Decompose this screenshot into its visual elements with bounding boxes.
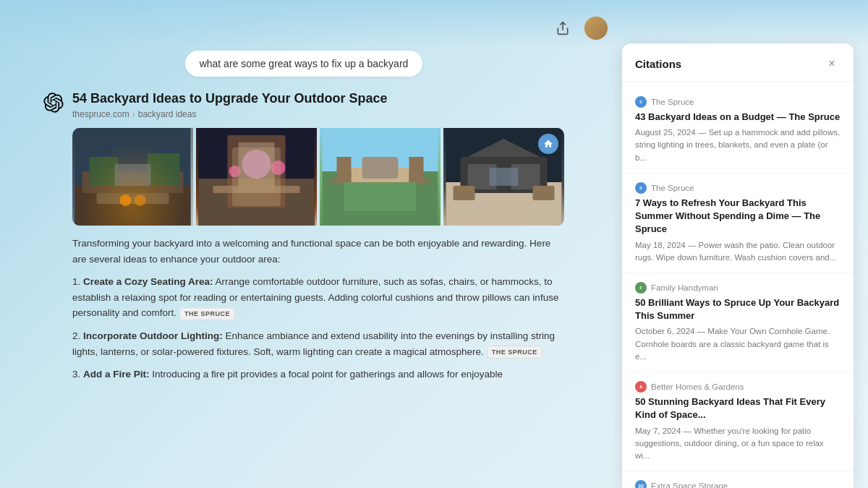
- source-domain: thespruce.com: [72, 109, 129, 119]
- citation-4-snippet: May 7, 2024 — Whether you're looking for…: [635, 425, 841, 463]
- ai-response: 54 Backyard Ideas to Upgrade Your Outdoo…: [43, 91, 564, 488]
- user-avatar[interactable]: [584, 17, 608, 40]
- list-item-3: 3. Add a Fire Pit: Introducing a fire pi…: [72, 367, 564, 382]
- top-gradient-bar: [0, 0, 868, 47]
- svg-rect-15: [213, 186, 300, 193]
- avatar-image: [584, 17, 608, 40]
- citation-2-favicon: S: [635, 182, 647, 194]
- citation-3-favicon: F: [635, 282, 647, 294]
- list-item-1-badge[interactable]: THE SPRUCE: [179, 307, 235, 320]
- citation-3-source-name: Family Handyman: [651, 283, 718, 292]
- backyard-image-2: [196, 128, 317, 226]
- list-item-3-bold: Add a Fire Pit:: [83, 369, 150, 380]
- citation-2-source: S The Spruce: [635, 182, 841, 194]
- ai-intro-text: Transforming your backyard into a welcom…: [72, 236, 564, 267]
- citation-4-favicon: B: [635, 381, 647, 393]
- user-message-container: what are some great ways to fix up a bac…: [43, 51, 564, 77]
- citations-panel: Citations × S The Spruce 43 Backyard Ide…: [622, 43, 854, 488]
- citation-1-favicon: S: [635, 96, 647, 108]
- svg-point-8: [135, 194, 146, 206]
- list-item-3-text: Introducing a fire pit provides a focal …: [150, 369, 503, 380]
- citation-1-title: 43 Backyard Ideas on a Budget — The Spru…: [635, 111, 841, 124]
- svg-rect-34: [533, 186, 555, 200]
- ai-response-title: 54 Backyard Ideas to Upgrade Your Outdoo…: [72, 91, 564, 106]
- image-card-1[interactable]: [72, 128, 193, 226]
- close-button[interactable]: ×: [823, 55, 841, 72]
- chat-area: what are some great ways to fix up a bac…: [0, 51, 608, 488]
- svg-point-16: [229, 166, 241, 177]
- citations-title: Citations: [635, 58, 681, 70]
- citation-1-source-name: The Spruce: [651, 98, 694, 106]
- image-grid: [72, 128, 564, 226]
- list-item-1: 1. Create a Cozy Seating Area: Arrange c…: [72, 274, 564, 321]
- citation-5-favicon: 30: [635, 480, 647, 488]
- svg-point-14: [242, 150, 271, 179]
- user-message-text: what are some great ways to fix up a bac…: [200, 58, 409, 69]
- citation-4-title: 50 Stunning Backyard Ideas That Fit Ever…: [635, 395, 841, 421]
- citation-5-source-name: Extra Space Storage: [651, 481, 728, 488]
- svg-rect-5: [148, 153, 180, 186]
- svg-rect-25: [409, 157, 424, 182]
- home-badge: [538, 134, 558, 154]
- svg-rect-13: [239, 142, 275, 193]
- citation-item-3[interactable]: F Family Handyman 50 Brilliant Ways to S…: [622, 273, 854, 372]
- citation-4-source: B Better Homes & Gardens: [635, 381, 841, 393]
- svg-rect-4: [90, 157, 119, 186]
- svg-rect-2: [75, 186, 191, 226]
- list-item-2: 2. Incorporate Outdoor Lighting: Enhance…: [72, 328, 564, 359]
- citation-1-snippet: August 25, 2024 — Set up a hammock and a…: [635, 127, 841, 164]
- share-button[interactable]: [551, 17, 574, 40]
- source-link[interactable]: thespruce.com › backyard ideas: [72, 109, 564, 119]
- citation-2-snippet: May 18, 2024 — Power wash the patio. Cle…: [635, 239, 841, 265]
- backyard-image-1: [72, 128, 193, 226]
- list-item-2-bold: Incorporate Outdoor Lighting:: [83, 330, 223, 341]
- svg-point-7: [120, 194, 132, 206]
- svg-rect-3: [82, 171, 184, 193]
- svg-rect-1: [75, 128, 191, 226]
- citations-list: S The Spruce 43 Backyard Ideas on a Budg…: [622, 82, 854, 488]
- citation-1-source: S The Spruce: [635, 96, 841, 108]
- user-message-bubble: what are some great ways to fix up a bac…: [185, 51, 423, 77]
- citation-5-source: 30 Extra Space Storage: [635, 480, 841, 488]
- citation-item-4[interactable]: B Better Homes & Gardens 50 Stunning Bac…: [622, 372, 854, 471]
- svg-text:F: F: [639, 286, 642, 290]
- ai-list: 1. Create a Cozy Seating Area: Arrange c…: [72, 274, 564, 382]
- list-item-1-bold: Create a Cozy Seating Area:: [83, 276, 213, 287]
- citation-3-title: 50 Brilliant Ways to Spruce Up Your Back…: [635, 296, 841, 322]
- citation-item-2[interactable]: S The Spruce 7 Ways to Refresh Your Back…: [622, 174, 854, 273]
- svg-rect-23: [362, 157, 399, 179]
- citation-2-title: 7 Ways to Refresh Your Backyard This Sum…: [635, 197, 841, 236]
- backyard-image-3: [320, 128, 441, 226]
- citation-3-source: F Family Handyman: [635, 282, 841, 294]
- citation-item-1[interactable]: S The Spruce 43 Backyard Ideas on a Budg…: [622, 87, 854, 174]
- image-card-2[interactable]: [196, 128, 317, 226]
- source-path: backyard ideas: [138, 109, 197, 119]
- svg-rect-33: [454, 186, 475, 200]
- svg-rect-11: [199, 179, 315, 226]
- svg-rect-6: [97, 193, 169, 204]
- svg-rect-24: [337, 157, 352, 182]
- citation-4-source-name: Better Homes & Gardens: [651, 382, 744, 391]
- svg-point-17: [271, 160, 286, 175]
- citation-3-snippet: October 6, 2024 — Make Your Own Cornhole…: [635, 325, 841, 363]
- ai-content: 54 Backyard Ideas to Upgrade Your Outdoo…: [72, 91, 564, 488]
- list-item-2-badge[interactable]: THE SPRUCE: [487, 346, 542, 359]
- svg-rect-31: [490, 168, 519, 186]
- main-container: what are some great ways to fix up a bac…: [0, 0, 868, 488]
- image-card-3[interactable]: [320, 128, 441, 226]
- chevron-icon: ›: [132, 109, 135, 119]
- ai-icon: [43, 93, 64, 113]
- citation-item-5[interactable]: 30 Extra Space Storage Your DIY Guide to…: [622, 471, 854, 488]
- svg-rect-9: [115, 164, 151, 186]
- citations-header: Citations ×: [622, 43, 854, 82]
- citation-2-source-name: The Spruce: [651, 184, 694, 192]
